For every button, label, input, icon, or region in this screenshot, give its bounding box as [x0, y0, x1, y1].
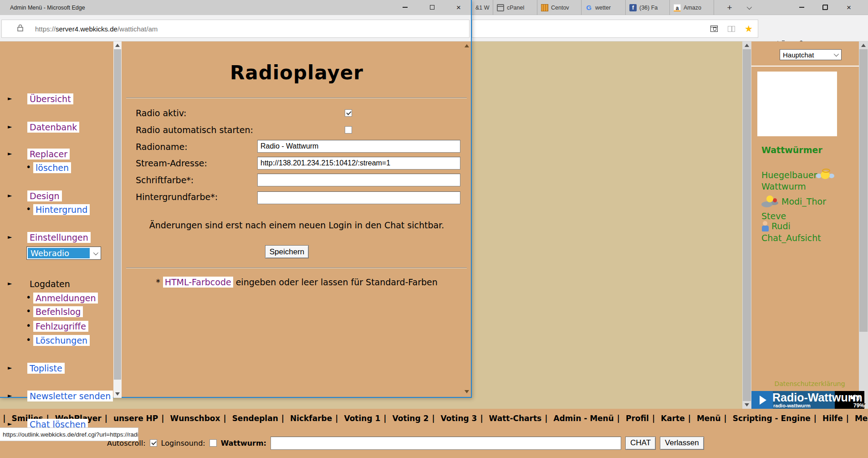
play-button[interactable] [751, 391, 773, 409]
footer-link[interactable]: Message Box [843, 414, 868, 423]
sidebar-nav-item: Hintergrund [0, 203, 113, 216]
scroll-up-icon[interactable] [742, 41, 751, 49]
nav-link[interactable]: Löschungen [33, 335, 90, 346]
tab-favicon: a [674, 4, 681, 11]
footer-link[interactable]: Sendeplan [220, 414, 278, 423]
footer-link[interactable]: Nickfarbe [278, 414, 332, 423]
user-name: Huegelbauer [761, 170, 817, 180]
chat-scrollbar[interactable] [742, 41, 751, 409]
nav-bullet-icon [26, 334, 31, 345]
schriftfarbe-input[interactable] [257, 174, 460, 186]
back-minimize-button[interactable] [790, 0, 813, 15]
tab-list-chevron-icon[interactable] [741, 0, 756, 15]
footer-link[interactable]: Karte [649, 414, 685, 423]
admin-sidebar-scrollbar[interactable] [113, 41, 122, 398]
nav-bullet-icon [8, 392, 12, 399]
user-list-item[interactable]: Chat_Aufsicht [761, 232, 821, 244]
tab-label: cPanel [507, 5, 524, 11]
scroll-down-icon[interactable] [113, 390, 122, 398]
footer-link[interactable]: Admin - Menü [541, 414, 614, 423]
sidebar-scrollbar[interactable] [859, 41, 868, 409]
minimize-button[interactable] [393, 0, 416, 15]
user-name: Steve [761, 211, 786, 221]
scroll-up-icon[interactable] [859, 41, 868, 49]
footer-link[interactable]: Voting 1 [332, 414, 380, 423]
nav-link[interactable]: Fehlzugriffe [33, 321, 88, 332]
scroll-up-icon[interactable] [113, 41, 122, 49]
reading-list-icon[interactable] [727, 24, 736, 33]
browser-tab[interactable]: &1 W [472, 0, 493, 15]
new-tab-button[interactable]: + [722, 0, 737, 15]
radioplayer-form: Radioplayer Radio aktiv: Radio automatis… [122, 41, 472, 398]
nav-link[interactable]: Replacer [27, 149, 70, 160]
radio-aktiv-checkbox[interactable] [345, 109, 352, 117]
nav-link[interactable]: Design [27, 190, 62, 201]
nav-link[interactable]: Anmeldungen [33, 293, 98, 304]
room-select[interactable]: Hauptchat [780, 49, 842, 60]
admin-address-bar[interactable]: https://server4.webkicks.de/wattichat/am [1, 20, 470, 38]
back-close-button[interactable]: × [837, 0, 860, 15]
close-icon: × [456, 4, 461, 11]
loginsound-checkbox[interactable] [209, 439, 217, 447]
footer-link[interactable]: Voting 3 [429, 414, 477, 423]
restore-icon [822, 5, 828, 10]
footer-links-row: reconnectSmiliesWebPlayerunsere HPWunsch… [0, 414, 868, 423]
hintergrundfarbe-label: Hintergrundfarbe*: [136, 192, 218, 202]
html-farbcode-link[interactable]: HTML-Farbcode [163, 277, 233, 288]
chat-submit-button[interactable]: CHAT [625, 437, 656, 450]
nav-link[interactable]: Logdaten [27, 278, 72, 289]
footer-link[interactable]: Wunschbox [158, 414, 220, 423]
sidebar-nav-item: Replacer [0, 148, 113, 160]
admin-title-bar[interactable]: Admin Menü - Microsoft Edge × [0, 0, 471, 15]
nav-link[interactable]: Übersicht [27, 93, 73, 104]
reading-view-icon[interactable] [710, 24, 719, 33]
close-button[interactable]: × [447, 0, 470, 15]
divider [126, 98, 467, 98]
maximize-button[interactable] [421, 0, 444, 15]
nav-link[interactable]: Befehlslog [33, 306, 83, 317]
nav-link[interactable]: Newsletter senden [27, 391, 113, 401]
nav-bullet-icon [8, 95, 12, 102]
footer-link[interactable]: Scripting - Engine [721, 414, 811, 423]
nav-link[interactable]: Datenbank [27, 122, 79, 133]
autoscroll-checkbox[interactable] [150, 439, 157, 447]
footer-link[interactable]: Profil [614, 414, 649, 423]
nav-link[interactable]: Topliste [27, 363, 65, 374]
nav-bullet-icon [8, 150, 12, 157]
nav-link[interactable]: Einstellungen [27, 232, 91, 243]
stream-adresse-input[interactable] [257, 157, 460, 170]
footer-link[interactable]: Menü [685, 414, 721, 423]
back-address-bar[interactable]: ★ [472, 20, 758, 38]
browser-tab[interactable]: Centov [537, 0, 582, 15]
user-list-item[interactable]: Modi_Thor [761, 192, 826, 211]
message-input[interactable] [271, 437, 621, 450]
scrollbar-thumb[interactable] [859, 49, 868, 332]
user-list-item[interactable]: Rudi [761, 220, 791, 232]
sidebar-nav-item: Datenbank [0, 121, 113, 133]
back-restore-button[interactable] [814, 0, 837, 15]
hintergrundfarbe-input[interactable] [257, 191, 460, 204]
user-list-item[interactable]: Huegelbauer [761, 169, 830, 181]
radio-autostart-checkbox[interactable] [345, 126, 352, 134]
radioname-input[interactable] [257, 140, 460, 153]
scrollbar-thumb[interactable] [743, 49, 751, 401]
scroll-down-icon[interactable] [742, 401, 751, 409]
save-button[interactable]: Speichern [265, 245, 309, 258]
privacy-policy-link[interactable]: Datenschutzerklärung [751, 380, 868, 387]
user-list-item[interactable]: Wattwurm [761, 180, 806, 192]
nav-link[interactable]: löschen [33, 162, 71, 173]
footer-link[interactable]: Voting 2 [380, 414, 429, 423]
favorite-star-icon[interactable]: ★ [744, 24, 753, 33]
scrollbar-thumb[interactable] [114, 49, 121, 380]
einstellungen-select[interactable]: Webradio [26, 247, 101, 260]
footer-link[interactable]: Hilfe [811, 414, 843, 423]
browser-tab[interactable]: G wetter [582, 0, 626, 15]
footer-link[interactable]: Watt-Charts [477, 414, 541, 423]
leave-chat-button[interactable]: Verlassen [660, 437, 704, 450]
admin-url-row: https://server4.webkicks.de/wattichat/am [0, 15, 471, 41]
nav-link[interactable]: Hintergrund [33, 204, 90, 215]
browser-tab[interactable]: cPanel [493, 0, 537, 15]
nav-bullet-icon [8, 234, 12, 240]
browser-tab[interactable]: a Amazo [670, 0, 714, 15]
browser-tab[interactable]: f (36) Fa [626, 0, 670, 15]
